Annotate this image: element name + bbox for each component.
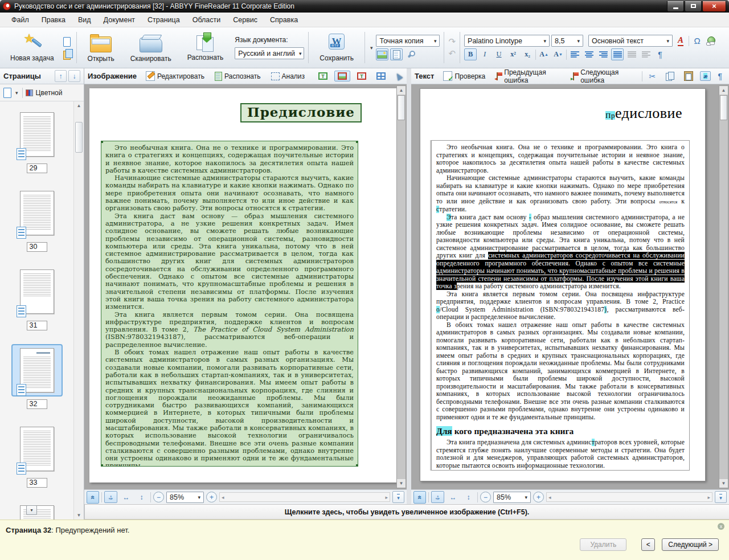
paste-button[interactable]: [681, 70, 697, 83]
image-view[interactable]: Предисловие Это необычная книга. Она не …: [84, 84, 407, 489]
verify-text-button[interactable]: ✓ Проверка: [440, 70, 489, 83]
zoom-level-select[interactable]: 85% ▾: [493, 492, 531, 503]
underline-button[interactable]: U: [493, 48, 505, 60]
menu-edit[interactable]: Правка: [36, 14, 71, 26]
text-horizontal-scrollbar[interactable]: ◂▸: [546, 492, 712, 502]
fit-page-button[interactable]: ↔↕: [104, 491, 117, 503]
text-vertical-scrollbar[interactable]: ▲ ▼: [719, 85, 728, 488]
new-task-button[interactable]: ★ Новая задача: [3, 32, 61, 64]
previous-page-button[interactable]: ↑: [55, 70, 67, 82]
dismiss-warnings-icon[interactable]: x: [718, 523, 724, 530]
scrollbar-thumb[interactable]: [720, 95, 727, 120]
zoom-in-button[interactable]: +: [533, 492, 544, 502]
analyze-page-button[interactable]: Анализ: [268, 71, 309, 82]
page-thumbnail-33[interactable]: 33: [11, 423, 63, 488]
text-style-select[interactable]: Основной текст ▾: [588, 35, 673, 47]
hyperlink-button[interactable]: [705, 35, 718, 47]
page-thumbnail-31[interactable]: 31: [11, 265, 63, 330]
dock-button[interactable]: ▾: [392, 491, 404, 503]
increase-font-button[interactable]: A▲: [538, 48, 550, 60]
scan-button[interactable]: Сканировать: [124, 31, 178, 64]
fit-width-button[interactable]: ↔: [447, 491, 460, 503]
menu-document[interactable]: Документ: [98, 14, 141, 26]
menu-view[interactable]: Вид: [72, 14, 97, 26]
select-area-button[interactable]: [392, 71, 405, 81]
scrollbar-thumb[interactable]: [75, 122, 83, 153]
page-thumbnail-30[interactable]: 30: [11, 187, 63, 252]
menu-page[interactable]: Страница: [142, 14, 186, 26]
expand-panel-button[interactable]: «: [87, 491, 99, 504]
zoom-window-bar[interactable]: Щелкните здесь, чтобы увидеть увеличенно…: [84, 504, 729, 520]
keep-layout-toggle[interactable]: [390, 48, 403, 60]
menu-tools[interactable]: Сервис: [227, 14, 263, 26]
language-select[interactable]: Русский и англий ▾: [235, 47, 304, 59]
page-thumbnail-32-selected[interactable]: 32: [11, 344, 63, 409]
recognize-button[interactable]: Распознать: [181, 32, 231, 63]
zoom-out-button[interactable]: −: [153, 492, 164, 502]
scroll-down-arrow[interactable]: ▼: [397, 479, 406, 488]
fit-height-button[interactable]: ↕: [462, 491, 475, 503]
pages-scrollbar[interactable]: ▲ ▼: [73, 101, 84, 520]
new-page-icon[interactable]: [63, 37, 71, 47]
font-color-button[interactable]: A: [674, 35, 687, 47]
align-right-button[interactable]: [597, 48, 609, 60]
insert-symbol-button[interactable]: Ω: [691, 35, 703, 47]
draw-picture-area-button[interactable]: [334, 71, 350, 81]
previous-warning-button[interactable]: <: [641, 538, 655, 551]
scroll-down-arrow[interactable]: ▼: [719, 479, 728, 488]
previous-error-button[interactable]: ◂ Предыдущая ошибка: [492, 67, 565, 86]
thumbnail-view-dropdown[interactable]: ▾: [14, 90, 19, 96]
split-cells-button[interactable]: [640, 48, 652, 60]
decrease-font-button[interactable]: A▼: [552, 48, 564, 60]
recognized-page[interactable]: Предисловие Это необычная книга. Она не …: [420, 88, 706, 481]
ocr-heading[interactable]: Предисловие: [605, 105, 682, 122]
scrollbar-thumb[interactable]: [398, 95, 405, 120]
expand-panel-button[interactable]: «: [413, 491, 426, 504]
area-handle[interactable]: [101, 464, 103, 467]
area-handle[interactable]: [356, 141, 358, 143]
keep-pictures-toggle[interactable]: [376, 48, 388, 60]
text-view[interactable]: Предисловие Это необычная книга. Она не …: [411, 84, 729, 489]
next-error-button[interactable]: ▸ Следующая ошибка: [568, 67, 638, 86]
align-center-button[interactable]: [583, 48, 595, 60]
show-formatting-button[interactable]: ¶: [714, 70, 726, 83]
font-family-select[interactable]: Palatino Linotype ▾: [464, 35, 550, 47]
fit-width-button[interactable]: ↔: [120, 491, 133, 503]
layout-mode-select[interactable]: Точная копия ▾: [376, 35, 440, 47]
save-button[interactable]: WRTF Сохранить: [313, 32, 361, 64]
subscript-button[interactable]: x₂: [521, 48, 534, 60]
menu-help[interactable]: Справка: [264, 14, 304, 26]
edit-image-button[interactable]: Редактировать: [142, 70, 208, 83]
zoom-in-button[interactable]: +: [206, 492, 217, 502]
thumbnail-options-button[interactable]: ▾: [26, 505, 37, 515]
zoom-out-button[interactable]: −: [480, 492, 491, 502]
scroll-down-arrow[interactable]: ▼: [74, 511, 84, 520]
scroll-up-arrow[interactable]: ▲: [74, 101, 84, 110]
font-size-select[interactable]: 8,5 ▾: [551, 35, 583, 47]
area-handle[interactable]: [101, 141, 103, 143]
minimize-button[interactable]: [667, 1, 684, 12]
draw-table-area-button[interactable]: [373, 71, 389, 81]
zoom-level-select[interactable]: 85% ▾: [166, 492, 204, 503]
align-left-button[interactable]: [568, 48, 581, 60]
menu-areas[interactable]: Области: [187, 14, 227, 26]
image-horizontal-scrollbar[interactable]: ◂▸: [219, 492, 390, 502]
scan-text-area[interactable]: Это необычная книга. Она не о технике и …: [101, 141, 358, 467]
undo-button[interactable]: ↶: [448, 48, 456, 59]
draw-text-area-button[interactable]: T: [315, 71, 331, 81]
scanned-page[interactable]: Предисловие Это необычная книга. Она не …: [89, 88, 397, 483]
scroll-up-arrow[interactable]: ▲: [397, 86, 406, 95]
ocr-text-block[interactable]: Это необычная книга. Она не о технике и …: [431, 140, 690, 471]
format-settings-button[interactable]: [404, 48, 417, 60]
image-vertical-scrollbar[interactable]: ▲ ▼: [396, 85, 406, 488]
page-thumbnail-29[interactable]: 29: [11, 108, 63, 173]
thumbnail-view-icon[interactable]: [3, 88, 11, 98]
next-warning-button[interactable]: Следующий >: [662, 538, 719, 551]
align-justify-button[interactable]: [611, 48, 624, 60]
restore-button[interactable]: [685, 1, 702, 12]
panel-splitter[interactable]: [407, 68, 411, 504]
menu-file[interactable]: Файл: [6, 14, 35, 26]
redo-button[interactable]: ↷: [448, 36, 456, 47]
next-page-button[interactable]: ↓: [68, 70, 80, 82]
area-handle[interactable]: [356, 464, 358, 467]
